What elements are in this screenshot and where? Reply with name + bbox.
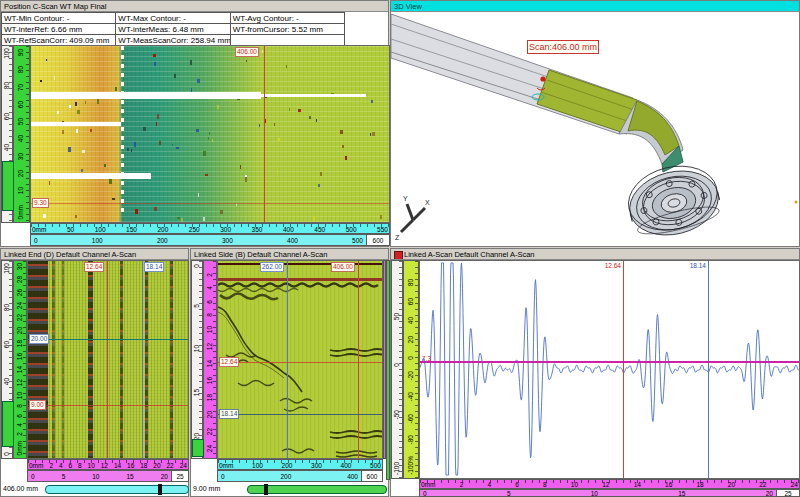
end-hline1[interactable] [28, 339, 188, 340]
cscan-speck [156, 122, 157, 126]
cscan-scan-cursor-line[interactable] [264, 46, 265, 222]
ascan-plot[interactable]: 7.3 12.64 18.14 [419, 260, 800, 479]
cscan-speck [198, 193, 199, 197]
ascan-scrollbar-thumb[interactable]: 05101520 [420, 490, 777, 496]
cscan-scrollbar[interactable]: 0100200300400500 600 [30, 234, 390, 246]
ruler-tick-label: 14 [17, 366, 24, 373]
side-view-titlebar[interactable]: Linked Side (B) Default Channel A-Scan [191, 249, 388, 260]
ruler-tick-label: 15 [126, 473, 133, 480]
ruler-tick-label: -100% [408, 456, 415, 475]
side-hline1[interactable] [218, 362, 382, 363]
side-scrollbar[interactable]: 0200400 600 [217, 470, 383, 482]
ascan-titlebar[interactable]: Linked A-Scan Default Channel A-Scan [391, 249, 799, 260]
cscan-speck [109, 179, 112, 184]
end-cursor1-line[interactable] [107, 261, 108, 458]
ruler-tick-label: 2 [49, 462, 53, 469]
end-scrollbar-end-label[interactable]: 25 [172, 471, 188, 481]
ascan-scrollbar[interactable]: 05101520 25 [419, 489, 800, 497]
wt-min-contour: WT-Min Contour: - [2, 13, 116, 24]
ascan-hruler[interactable]: 0mm24681012141618202224 [419, 479, 800, 489]
ruler-tick-label: 18 [696, 481, 703, 488]
cscan-speck [278, 138, 280, 141]
end-position-slider-handle[interactable] [158, 484, 162, 495]
scan-position-label: Scan:406.00 mm [527, 40, 599, 54]
cscan-speck [81, 169, 83, 172]
side-hline1-label: 12.64 [219, 357, 239, 367]
side-status-value: 9.00 mm [193, 485, 220, 492]
end-cursor2-line[interactable] [142, 261, 143, 458]
cscan-speck [208, 137, 209, 140]
cscan-scrollbar-end-label[interactable]: 600 [367, 235, 389, 245]
ruler-tick-label: 100 [252, 462, 263, 469]
side-inner-ruler[interactable]: 24681012141618202224 [203, 260, 217, 459]
cscan-speck [316, 119, 317, 122]
end-inner-ruler[interactable]: 302826242220181614121086420mm [13, 260, 27, 459]
view3d-titlebar[interactable]: 3D View [391, 1, 799, 12]
end-hruler[interactable]: 0mm24681012141618202224 [27, 459, 189, 470]
cscan-titlebar[interactable]: Position C-Scan WT Map Final [1, 1, 388, 12]
side-hruler[interactable]: 0mm100200300400500 [217, 459, 383, 470]
side-cursor2-line[interactable] [358, 261, 359, 458]
axis-y-label: Y [403, 195, 408, 202]
end-scrollbar-thumb[interactable]: 05101520 [28, 471, 172, 481]
ascan-cursor1-line[interactable]: 12.64 [623, 261, 624, 478]
ruler-tick-label: 200 [157, 226, 168, 233]
active-view-icon [394, 251, 403, 260]
ruler-tick-label: 100 [4, 48, 11, 59]
side-scrollbar-thumb[interactable]: 0200400 [218, 471, 362, 481]
ruler-tick-label: 0 [394, 363, 401, 367]
end-view-titlebar[interactable]: Linked End (D) Default Channel A-Scan [1, 249, 188, 260]
cscan-inner-ruler[interactable]: 9080706050403020100mm [13, 45, 30, 223]
ruler-tick-label: 20 [18, 170, 25, 177]
cscan-hruler[interactable]: 0mm50100150200250300350400450500550 [30, 223, 390, 234]
ascan-cursor2-line[interactable]: 18.14 [708, 261, 709, 478]
ruler-tick-label: 400 [283, 226, 294, 233]
ruler-tick-label: 20 [161, 473, 168, 480]
side-hline2[interactable] [218, 414, 382, 415]
end-bscan[interactable]: 12.64 18.14 20.00 9.00 [27, 260, 189, 459]
side-position-slider[interactable] [247, 485, 387, 494]
cscan-outer-ruler-thumb[interactable] [2, 161, 14, 211]
ruler-tick-label: -20 [408, 371, 415, 380]
side-bscan[interactable]: 262.00 406.00 12.64 18.14 [217, 260, 383, 459]
side-outer-ruler-thumb[interactable] [192, 439, 204, 457]
ascan-inner-ruler[interactable]: 806040200-20-40-60-80-100% [403, 260, 419, 479]
ruler-tick-label: 5 [62, 473, 66, 480]
ruler-tick-label: 5 [194, 304, 201, 308]
cscan-speck [85, 101, 86, 104]
end-hline2[interactable] [28, 405, 188, 406]
ruler-tick-label: 2 [207, 273, 214, 277]
axis-triad-icon [401, 204, 425, 232]
cscan-speck [90, 129, 92, 132]
end-scrollbar[interactable]: 05101520 25 [27, 470, 189, 482]
ruler-tick-label: 24 [207, 445, 214, 452]
side-outer-ruler[interactable]: 05101520 [191, 260, 203, 459]
ascan-cursor2-label: 18.14 [689, 262, 707, 270]
end-position-slider[interactable] [45, 485, 189, 494]
ruler-tick-label: 15 [194, 389, 201, 396]
ascan-gate-line[interactable] [420, 361, 799, 363]
view3d-viewport[interactable]: Y X Z Scan:406.00 mm [391, 12, 799, 246]
ascan-outer-ruler[interactable]: 500-50-100 [391, 260, 403, 479]
wt-measscancorr: WT-MeasScanCorr: 258.94 mm [116, 35, 230, 46]
cscan-speck [154, 62, 156, 66]
side-position-slider-handle[interactable] [264, 484, 268, 495]
cscan-scrollbar-thumb[interactable]: 0100200300400500 [31, 235, 367, 245]
side-scrollbar-end-label[interactable]: 600 [362, 471, 382, 481]
ruler-tick-label: 20 [207, 411, 214, 418]
cscan-speck [342, 184, 343, 186]
ascan-scrollbar-end-label[interactable]: 25 [777, 490, 799, 496]
ruler-tick-label: 22 [207, 428, 214, 435]
ruler-tick-label: 10 [88, 462, 95, 469]
cscan-map[interactable]: 406.00 9.30 [30, 45, 390, 223]
ascan-panel: Linked A-Scan Default Channel A-Scan 500… [390, 248, 800, 497]
end-outer-ruler-thumb[interactable] [2, 401, 14, 447]
wt-interref: WT-interRef: 6.66 mm [2, 24, 116, 35]
cscan-depth-cursor-line[interactable] [31, 203, 389, 204]
ruler-tick-label: 100 [92, 237, 103, 244]
ruler-tick-label: 12 [207, 343, 214, 350]
ruler-tick-label: 0 [34, 237, 38, 244]
cscan-speck [154, 207, 157, 211]
side-cursor1-line[interactable] [287, 261, 288, 458]
wt-measurements-table: WT-Min Contour: - WT-Max Contour: - WT-A… [1, 12, 345, 46]
